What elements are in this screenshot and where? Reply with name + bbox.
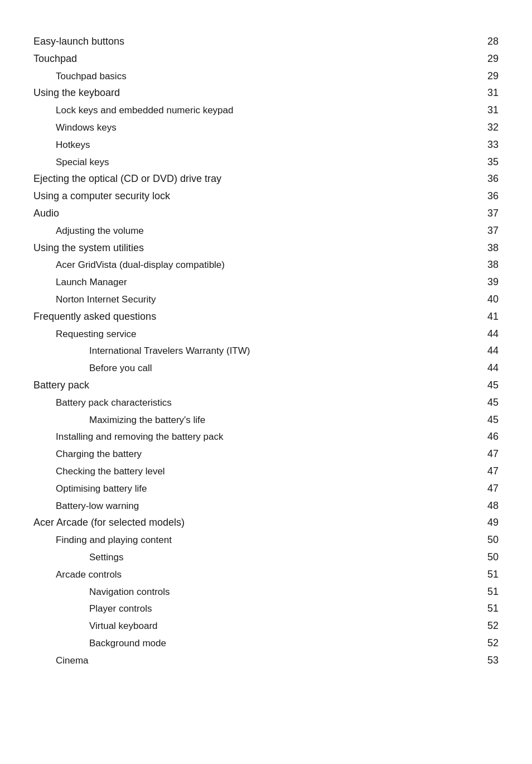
toc-entry: Special keys35 [33,154,499,170]
toc-item-page: 50 [476,532,499,548]
toc-item-title: Arcade controls [33,567,122,582]
toc-entry: Cinema53 [33,652,499,669]
toc-dots [252,353,474,354]
toc-item-title: Using the keyboard [33,85,120,101]
toc-dots [91,663,474,664]
toc-item-title: Ejecting the optical (CD or DVD) drive t… [33,171,221,187]
toc-item-page: 50 [476,549,499,565]
toc-entry: Arcade controls51 [33,566,499,583]
toc-item-page: 51 [476,584,499,600]
toc-item-page: 35 [476,154,499,170]
toc-dots [224,181,474,182]
toc-entry: Battery pack45 [33,377,499,393]
toc-item-page: 52 [476,618,499,634]
toc-item-title: Checking the battery level [33,464,165,479]
toc-dots [146,233,474,234]
toc-entry: Maximizing the battery's life45 [33,412,499,428]
toc-item-title: Charging the battery [33,446,142,462]
toc-item-page: 47 [476,463,499,479]
toc-item-page: 31 [476,102,499,118]
toc-dots [235,113,474,113]
toc-entry: Frequently asked questions41 [33,309,499,325]
toc-item-page: 36 [476,171,499,187]
toc-dots [91,388,474,388]
toc-dots [119,130,474,131]
toc-item-title: Acer GridVista (dual-display compatible) [33,257,225,272]
toc-item-title: International Travelers Warranty (ITW) [33,343,250,358]
toc-item-title: Optimising battery life [33,481,147,496]
toc-entry: Navigation controls51 [33,584,499,600]
toc-entry: Acer GridVista (dual-display compatible)… [33,257,499,273]
toc-item-title: Requesting service [33,326,137,342]
toc-item-title: Touchpad basics [33,69,127,84]
toc-entry: Charging the battery47 [33,446,499,462]
toc-item-page: 44 [476,360,499,376]
toc-item-title: Launch Manager [33,275,127,290]
toc-item-title: Windows keys [33,120,117,135]
toc-dots [149,491,474,492]
toc-entry: Windows keys32 [33,119,499,136]
toc-item-title: Lock keys and embedded numeric keypad [33,103,233,118]
toc-entry: Launch Manager39 [33,274,499,290]
toc-item-title: Using a computer security lock [33,188,170,204]
toc-item-title: Touchpad [33,51,77,67]
toc-item-page: 38 [476,240,499,256]
toc-dots [172,594,474,595]
toc-entry: Ejecting the optical (CD or DVD) drive t… [33,171,499,187]
toc-item-page: 32 [476,119,499,136]
toc-dots [167,474,474,474]
toc-item-page: 41 [476,309,499,325]
toc-item-title: Adjusting the volume [33,223,144,238]
toc-entry: Adjusting the volume37 [33,223,499,239]
toc-dots [141,508,474,509]
toc-entry: Requesting service44 [33,326,499,342]
toc-item-page: 49 [476,515,499,531]
toc-item-title: Background mode [33,636,166,651]
toc-dots [158,319,474,320]
toc-dots [125,560,474,560]
toc-item-title: Battery-low warning [33,498,139,513]
toc-item-page: 44 [476,326,499,342]
toc-dots [172,199,474,199]
toc-dots [79,61,474,62]
toc-item-page: 53 [476,652,499,669]
toc-item-title: Easy-launch buttons [33,33,124,50]
toc-entry: Lock keys and embedded numeric keypad31 [33,102,499,118]
toc-entry: Checking the battery level47 [33,463,499,479]
toc-item-page: 47 [476,446,499,462]
toc-item-page: 31 [476,85,499,101]
toc-entry: Using the keyboard31 [33,85,499,101]
toc-entry: International Travelers Warranty (ITW)44 [33,343,499,359]
toc-entry: Optimising battery life47 [33,480,499,497]
toc-item-title: Norton Internet Security [33,292,156,307]
toc-dots [139,337,474,337]
toc-entry: Background mode52 [33,635,499,651]
toc-entry: Virtual keyboard52 [33,618,499,634]
toc-entry: Battery-low warning48 [33,498,499,514]
toc-dots [146,251,474,251]
toc-dots [207,422,474,423]
toc-entry: Battery pack characteristics45 [33,395,499,411]
toc-dots [144,457,474,457]
toc-dots [122,95,474,96]
toc-dots [226,439,474,440]
toc-entry: Audio37 [33,205,499,222]
toc-item-page: 52 [476,635,499,651]
toc-dots [61,216,474,217]
toc-item-page: 37 [476,205,499,222]
toc-item-title: Frequently asked questions [33,309,156,325]
toc-entry: Hotkeys33 [33,137,499,153]
toc-dots [187,525,474,526]
toc-item-title: Hotkeys [33,137,90,152]
toc-entry: Touchpad basics29 [33,68,499,84]
toc-item-page: 38 [476,257,499,273]
toc-item-page: 51 [476,600,499,617]
toc-dots [154,371,474,371]
toc-item-title: Using the system utilities [33,240,144,256]
toc-item-title: Acer Arcade (for selected models) [33,515,185,531]
toc-dots [129,79,474,79]
toc-item-page: 36 [476,188,499,204]
toc-item-page: 28 [476,33,499,50]
toc-entry: Finding and playing content50 [33,532,499,548]
toc-dots [158,302,474,302]
